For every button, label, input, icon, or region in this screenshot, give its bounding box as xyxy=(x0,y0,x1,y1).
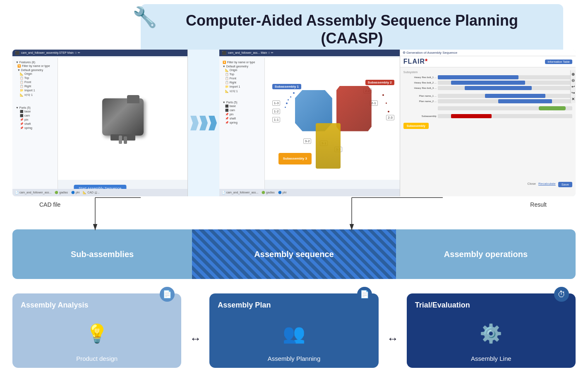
gantt-bar-5 xyxy=(498,99,552,103)
asm-pin: 📌 pin xyxy=(224,112,262,117)
toolbar-icon-3[interactable]: ↩ xyxy=(571,84,575,89)
gantt-subtitle: Subsystem xyxy=(403,71,572,74)
part-gold xyxy=(316,123,341,169)
toolbar-icon-4[interactable]: ↪ xyxy=(571,91,575,95)
asm-top: 📋 Top xyxy=(224,72,262,76)
asm-default-geo: ▼ Default geometry xyxy=(222,64,262,68)
assembly-panel-header: ⬛ cam_and_follower_ass... Main ☆ ✏ xyxy=(219,50,400,56)
sidebar-default-geometry: ▼ Default geometry xyxy=(17,68,55,72)
gantt-bar-1 xyxy=(438,75,518,79)
gantt-bar-container-4 xyxy=(438,94,572,98)
save-button[interactable]: Save xyxy=(558,182,572,187)
gantt-bar-3 xyxy=(465,86,532,90)
analysis-badge-icon: 📄 xyxy=(163,290,172,299)
close-button[interactable]: Close xyxy=(527,182,535,187)
sidebar-filter: 🔽 Filter by name or type xyxy=(17,64,55,68)
chevron-area xyxy=(188,50,219,196)
gantt-bar-end: Assembly done xyxy=(539,106,566,110)
subassembly-1-label: Subassembly 1 xyxy=(272,84,301,89)
3d-model xyxy=(96,94,150,144)
cad-file-label: CAD file xyxy=(39,201,60,208)
toolbar-icon-1[interactable]: ⊕ xyxy=(571,72,575,76)
assembly-panel: ⬛ cam_and_follower_ass... Main ☆ ✏ 🔽 Fil… xyxy=(219,50,400,196)
gantt-bar-2 xyxy=(451,81,525,85)
trial-badge: ⏱ xyxy=(554,287,569,302)
plan-title: Assembly Plan xyxy=(218,301,271,310)
sidebar-spring: 📌 spring xyxy=(19,126,55,130)
gantt-label-4: Plan name_1 ... xyxy=(403,95,437,97)
analysis-badge: 📄 xyxy=(160,287,175,302)
caasp-icon: 🔧 xyxy=(132,6,157,29)
asm-filter: 🔽 Filter by name or type xyxy=(222,60,262,64)
toolbar-icon-5[interactable]: ✕ xyxy=(571,97,575,101)
assembly-sidebar: 🔽 Filter by name or type ▼ Default geome… xyxy=(219,58,265,196)
trial-subtitle: Assembly Line xyxy=(415,355,567,362)
analysis-subtitle: Product design xyxy=(21,355,173,362)
sidebar-cam: ⬛ cam xyxy=(19,114,55,118)
asm-shaft: 📌 shaft xyxy=(224,117,262,121)
flair-logo-accent: * xyxy=(425,58,427,65)
sidebar-front: 📋 Front xyxy=(19,80,55,84)
card-assembly-analysis: 📄 Assembly Analysis 💡 Product design xyxy=(12,293,181,368)
box-assembly-operations: Assembly operations xyxy=(396,229,576,279)
main-title: Computer-Aided Assembly Sequence Plannin… xyxy=(153,12,551,47)
result-panel: ⚙ Generation of Assembly Sequence FLAIR … xyxy=(400,50,576,196)
gantt-end-label: Assembly done xyxy=(539,110,554,113)
sidebar-base: ⬛ base xyxy=(19,110,55,114)
gantt-area: Subsystem Heavy Res bolt_1 ... Heavy Res… xyxy=(400,67,576,193)
card-assembly-plan: 📄 Assembly Plan 👥 Assembly Planning xyxy=(209,293,378,368)
people-icon: 👥 xyxy=(283,323,305,344)
gantt-label-3: Heavy Res bolt_3 ... xyxy=(403,87,437,89)
cad-panel-left: ⬛ cam_and_follower_assembly.STEP Main ☆ … xyxy=(12,50,188,196)
assembly-sequence-text: Assembly sequence xyxy=(254,250,334,259)
toolbar-icon-2[interactable]: ⊖ xyxy=(571,78,575,83)
bottom-gadlas: 🟢 gadlas xyxy=(55,191,68,194)
subassembly-3-label: Subassembly 3 xyxy=(278,153,312,164)
bottom-file: 📄 cam_and_follower_ass... xyxy=(15,191,51,194)
gantt-bar-container-5 xyxy=(438,99,572,103)
asm-front: 📋 Front xyxy=(224,76,262,81)
gantt-row-2: Heavy Res bolt_2 ... xyxy=(403,81,572,85)
double-arrow-1: ↔ xyxy=(190,310,201,368)
plan-badge: 📄 xyxy=(357,287,372,302)
asm-cam: ⬛ cam xyxy=(224,108,262,112)
yellow-status: Subassembly xyxy=(403,123,429,129)
asm-base: ⬛ base xyxy=(224,104,262,108)
screenshot-area: ⬛ cam_and_follower_assembly.STEP Main ☆ … xyxy=(12,50,576,196)
cad-3d-area xyxy=(58,58,187,180)
gear-icon: ⚙️ xyxy=(480,323,502,344)
recalculate-button[interactable]: Recalculate xyxy=(538,182,556,187)
asm-parts: ▼ Parts (5) xyxy=(222,100,262,104)
bottom-cad: 📐 CAD 삽... xyxy=(83,191,100,195)
label-3-2: 3-2 xyxy=(303,138,312,144)
analysis-icon-area: 💡 xyxy=(21,312,173,355)
asm-bottom-gadlas: 🟢 gadlas xyxy=(262,191,275,194)
plan-icon-area: 👥 xyxy=(218,312,370,355)
gantt-label-1: Heavy Res bolt_1 ... xyxy=(403,76,437,79)
sidebar-right: 📋 Right xyxy=(19,84,55,88)
gantt-row-1: Heavy Res bolt_1 ... xyxy=(403,75,572,79)
cad-sidebar: ▼ Features (8) 🔽 Filter by name or type … xyxy=(12,58,58,196)
assembly-3d-area: Subassembly 1 Subassembly 2 1-3 1-2 1-1 … xyxy=(265,58,400,180)
info-table-button[interactable]: Information Table xyxy=(545,60,572,64)
gantt-bar-container-3 xyxy=(438,86,572,90)
asm-origin: 📐 Origin xyxy=(224,68,262,72)
sidebar-import1: 📁 Import 1 xyxy=(19,88,55,93)
card-trial-evaluation: ⏱ Trial/Evaluation ⚙️ Assembly Line xyxy=(407,293,576,368)
trial-icon-area: ⚙️ xyxy=(415,312,567,355)
onshape-logo: ⬛ xyxy=(15,51,19,55)
boxes-row: Sub-assemblies Assembly sequence Assembl… xyxy=(12,229,576,279)
chevron-3 xyxy=(209,116,217,131)
gantt-bar-red xyxy=(451,114,492,118)
recalculate-row: Close Recalculate Save xyxy=(527,182,572,187)
gantt-row-3: Heavy Res bolt_3 ... xyxy=(403,86,572,90)
cards-row: 📄 Assembly Analysis 💡 Product design ↔ 📄… xyxy=(12,293,576,368)
title-banner: Computer-Aided Assembly Sequence Plannin… xyxy=(141,4,563,55)
assembly-header-logo: ⬛ xyxy=(222,51,226,55)
model-body xyxy=(102,98,144,136)
sidebar-pin: 📌 pin xyxy=(19,118,55,122)
chevron-1 xyxy=(190,116,199,131)
gantt-row-end: Assembly done xyxy=(403,106,572,110)
result-panel-header: ⚙ Generation of Assembly Sequence xyxy=(400,50,576,56)
right-toolbar: ⊕ ⊖ ↩ ↪ ✕ xyxy=(570,70,576,103)
